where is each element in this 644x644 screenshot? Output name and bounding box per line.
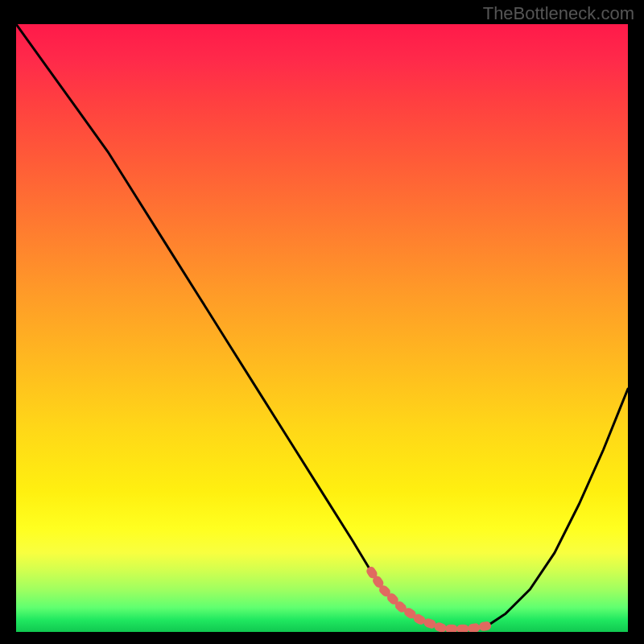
bottleneck-curve [16,24,628,629]
highlight-segment [371,572,487,630]
chart-plot-area [16,24,628,632]
watermark-text: TheBottleneck.com [483,3,634,24]
chart-curve-layer [16,24,628,632]
